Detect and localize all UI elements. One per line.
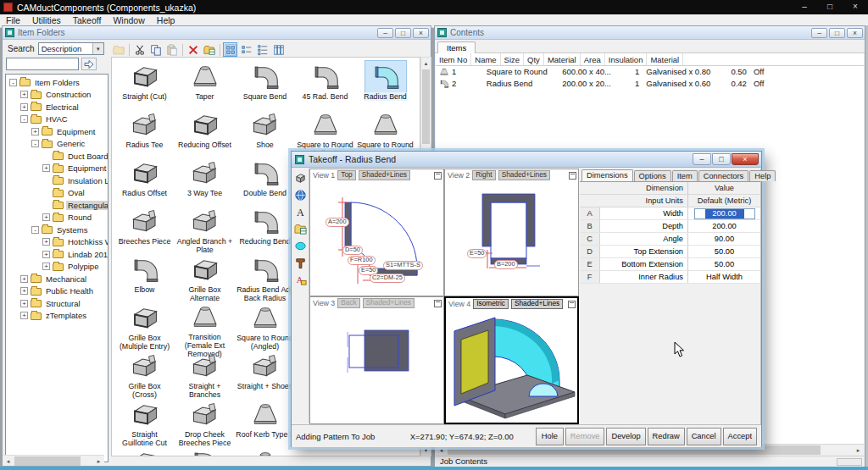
close-icon[interactable] [847,28,863,38]
dialog-button[interactable]: Cancel [687,428,721,445]
component-item[interactable] [235,447,295,456]
component-item[interactable]: Square to Round (Angled) [235,302,295,351]
takeoff-tool-button[interactable] [293,238,309,253]
tree-item[interactable]: + Equipment [6,163,108,175]
view-1[interactable]: View 1 Top Shaded+Lines [309,169,444,296]
takeoff-tool-button[interactable] [293,170,309,185]
component-item[interactable]: Radius Offset [114,158,175,206]
scroll-right-icon[interactable] [853,445,864,456]
view-2[interactable]: View 2 Right Shaded+Lines [444,169,579,296]
component-item[interactable]: Straight (Cut) [114,61,175,109]
toolbar-button[interactable] [202,42,216,57]
tree-item[interactable]: - HVAC [6,113,108,126]
component-item[interactable]: Grille Box (Multiple Entry) [114,302,175,351]
component-item[interactable]: 45 Rad. Bend [295,61,355,109]
maximize-view-icon[interactable] [434,300,442,307]
dimension-value-field[interactable]: 200.00 [687,220,760,232]
projection-badge[interactable]: Right [472,170,495,180]
tree-item[interactable]: Duct Board [6,150,108,163]
restore-icon[interactable] [829,28,845,38]
minimize-icon[interactable] [693,153,711,165]
component-item[interactable]: Transition (Female Ext Removed) [175,302,235,351]
tree-expander[interactable]: + [20,287,28,295]
restore-icon[interactable] [712,153,731,165]
component-item[interactable]: Angled Branch + Plate [175,206,235,254]
component-item[interactable]: Square Bend [235,61,295,109]
tree-item[interactable]: + Hotchkiss Wolverhampt [6,236,108,249]
table-row[interactable]: 1 Square to Round 600.00 x 40... 1 Galva… [436,66,864,78]
chevron-down-icon[interactable] [92,43,103,54]
tree-expander[interactable] [42,177,50,185]
toolbar-button[interactable] [164,42,179,57]
maximize-view-icon[interactable] [569,172,576,180]
tree-item[interactable]: + Round [6,212,108,224]
contents-titlebar[interactable]: Contents [435,26,865,40]
takeoff-tool-button[interactable] [293,272,309,287]
component-item[interactable]: Drop Cheek Breeches Piece [175,399,235,447]
tree-item[interactable]: - Systems [6,224,108,236]
tree-expander[interactable]: + [20,312,28,319]
tree-expander[interactable]: + [42,263,50,270]
toolbar-button[interactable] [111,42,125,57]
dimension-row[interactable]: E Bottom Extension 50.00 [580,258,760,271]
tree-expander[interactable]: + [20,300,28,307]
search-go-button[interactable] [81,58,97,70]
column-header[interactable]: Name [471,53,500,65]
column-header[interactable]: Material [647,53,683,65]
tree-item[interactable]: + Electrical [6,101,108,113]
tree-item[interactable]: - Item Folders [6,76,108,89]
restore-icon[interactable] [817,0,843,14]
component-item[interactable] [175,447,235,456]
component-item[interactable]: Reducing Bend [235,206,295,254]
scroll-up-icon[interactable] [420,58,431,69]
dimension-row[interactable]: A Width 200.00 [580,207,760,220]
tree-item[interactable]: + Public Health [6,285,108,298]
dialog-button[interactable]: Redraw [648,428,685,445]
scrollbar-thumb[interactable] [14,456,81,466]
view-4-canvas[interactable] [446,309,577,423]
dialog-button[interactable]: Remove [565,428,605,445]
takeoff-tab[interactable]: Connectors [698,170,749,181]
view-3-canvas[interactable] [310,308,443,423]
toolbar-button[interactable] [271,42,286,57]
dimension-value-field[interactable]: 50.00 [687,246,760,257]
component-item[interactable]: Straight + Shoes [235,351,295,399]
dialog-button[interactable]: Develop [606,428,645,445]
tree-expander[interactable]: + [42,164,50,172]
tree-expander[interactable]: + [42,238,50,246]
tree-item[interactable]: Oval [6,187,108,200]
maximize-view-icon[interactable] [434,172,442,180]
tree-expander[interactable] [42,152,50,160]
toolbar-button[interactable] [127,42,131,57]
component-item[interactable]: Straight Guillotine Cut [114,399,175,447]
tree-expander[interactable]: + [20,103,28,111]
takeoff-tab[interactable]: Item [672,170,698,181]
dimension-row[interactable]: D Top Extension 50.00 [580,246,760,258]
takeoff-tab[interactable]: Help [749,170,776,181]
tree-item[interactable]: + Construction [6,89,108,102]
table-row[interactable]: 2 Radius Bend 200.00 x 20... 1 Galvanise… [436,78,864,90]
component-item[interactable]: 3 Way Tee [175,158,235,206]
component-item[interactable]: Reducing Offset [175,109,235,158]
tree-item[interactable]: + Structural [6,297,108,310]
tree-item[interactable]: + zTemplates [6,310,108,323]
column-header[interactable]: Insulation [605,53,648,65]
close-icon[interactable] [732,153,759,165]
tab-items[interactable]: Items [437,41,476,53]
tree-expander[interactable]: + [42,213,50,221]
tree-item[interactable]: + Lindab 2010 [6,248,108,261]
minimize-icon[interactable] [377,28,393,38]
column-header[interactable]: Qty [524,53,544,65]
column-header[interactable]: Material [544,53,581,65]
toolbar-button[interactable] [223,42,237,57]
tree-item[interactable]: - Generic [6,138,108,151]
scrollbar-thumb[interactable] [422,69,430,144]
dimension-value-field[interactable]: 90.00 [687,233,760,245]
component-item[interactable]: Double Bend [235,158,295,206]
item-folders-titlebar[interactable]: Item Folders [3,26,431,40]
dialog-button[interactable]: Hole [536,428,564,445]
tree-expander[interactable]: + [20,275,28,283]
toolbar-button[interactable] [132,42,147,57]
toolbar-button[interactable] [186,42,200,57]
component-item[interactable]: Shoe [235,109,295,158]
